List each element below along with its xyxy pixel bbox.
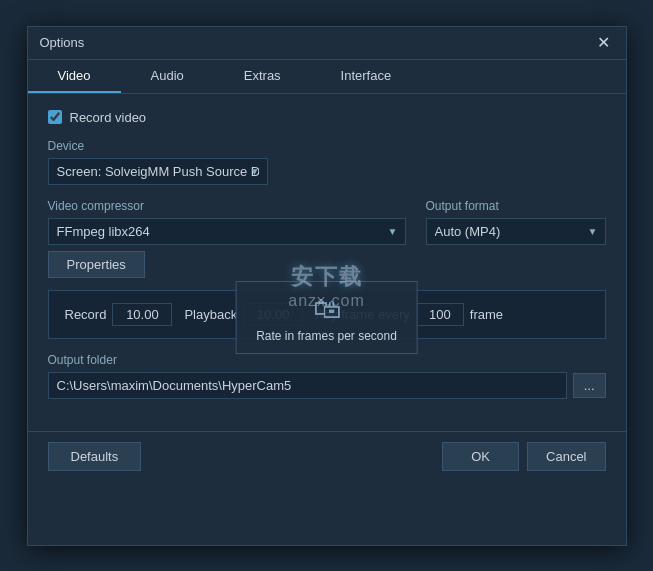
format-select-wrapper: Auto (MP4) (426, 218, 606, 245)
record-input[interactable] (112, 303, 172, 326)
folder-row: ... (48, 372, 606, 399)
frame-label: frame (470, 307, 503, 322)
dialog-title: Options (40, 35, 85, 50)
defaults-button[interactable]: Defaults (48, 442, 142, 471)
footer-right: OK Cancel (442, 442, 605, 471)
tab-video[interactable]: Video (28, 60, 121, 93)
close-button[interactable]: ✕ (593, 35, 614, 51)
compressor-select[interactable]: FFmpeg libx264 (48, 218, 406, 245)
options-dialog: Options ✕ Video Audio Extras Interface R… (27, 26, 627, 546)
rate-icon: 🛍 (313, 292, 341, 325)
record-video-label: Record video (70, 110, 147, 125)
tab-content-video: Record video Device Screen: SolveigMM Pu… (28, 94, 626, 431)
tabs-bar: Video Audio Extras Interface (28, 60, 626, 94)
ok-button[interactable]: OK (442, 442, 519, 471)
footer-left: Defaults (48, 442, 142, 471)
properties-button[interactable]: Properties (48, 251, 145, 278)
keyframe-input[interactable] (416, 303, 464, 326)
compressor-format-row: Video compressor FFmpeg libx264 Properti… (48, 199, 606, 278)
rate-section: 🛍 Rate in frames per second Record Playb… (48, 290, 606, 339)
device-label: Device (48, 139, 606, 153)
tab-audio[interactable]: Audio (121, 60, 214, 93)
playback-label: Playback (184, 307, 237, 322)
format-label: Output format (426, 199, 606, 213)
format-select[interactable]: Auto (MP4) (426, 218, 606, 245)
folder-input[interactable] (48, 372, 567, 399)
rate-overlay-text: Rate in frames per second (256, 329, 397, 343)
tab-extras[interactable]: Extras (214, 60, 311, 93)
title-bar: Options ✕ (28, 27, 626, 60)
tab-interface[interactable]: Interface (311, 60, 422, 93)
device-select-wrapper: Screen: SolveigMM Push Source D (48, 158, 268, 185)
record-video-checkbox[interactable] (48, 110, 62, 124)
format-col: Output format Auto (MP4) (426, 199, 606, 245)
record-field-group: Record (65, 303, 173, 326)
output-folder-label: Output folder (48, 353, 606, 367)
compressor-select-wrapper: FFmpeg libx264 (48, 218, 406, 245)
record-video-row: Record video (48, 110, 606, 125)
compressor-col: Video compressor FFmpeg libx264 Properti… (48, 199, 406, 278)
device-section: Device Screen: SolveigMM Push Source D (48, 139, 606, 185)
cancel-button[interactable]: Cancel (527, 442, 605, 471)
compressor-label: Video compressor (48, 199, 406, 213)
browse-button[interactable]: ... (573, 373, 606, 398)
output-folder-section: Output folder ... (48, 353, 606, 399)
rate-overlay: 🛍 Rate in frames per second (235, 281, 418, 354)
dialog-footer: Defaults OK Cancel (28, 431, 626, 485)
record-label: Record (65, 307, 107, 322)
device-select[interactable]: Screen: SolveigMM Push Source D (48, 158, 268, 185)
